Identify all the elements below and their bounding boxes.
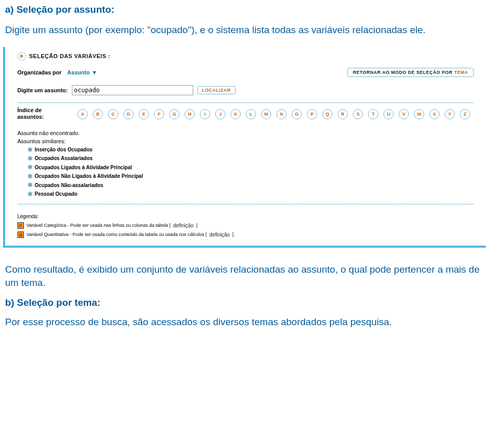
index-letter-s[interactable]: S [353,109,363,119]
subject-index-label: Índice de assuntos: [17,107,63,120]
asterisk-icon: ✱ [28,172,33,181]
index-letter-x[interactable]: X [429,109,440,119]
section-title: SELEÇÃO DAS VARIÁVEIS : [29,53,110,59]
index-letter-t[interactable]: T [368,109,378,119]
similar-subject-label: Pessoal Ocupado [35,191,78,198]
variable-selection-panel: SELEÇÃO DAS VARIÁVEIS : Organizadas por … [3,47,486,248]
similar-subject-item[interactable]: ✱Ocupados Assalariados [17,154,474,163]
index-letter-r[interactable]: R [338,109,348,119]
similar-subject-item[interactable]: ✱Inserção dos Ocupados [17,146,474,154]
asterisk-icon: ✱ [28,181,33,190]
button-label-prefix: RETORNAR AO MODO DE SELEÇÃO POR [353,70,454,75]
index-letter-m[interactable]: M [261,109,271,119]
index-letter-z[interactable]: Z [460,109,470,119]
legend-badge-c-icon: C [17,222,24,229]
bracket-close: ] [233,232,234,237]
localizar-button[interactable]: LOCALIZAR [197,86,236,94]
index-letter-b[interactable]: B [93,109,103,119]
similar-subject-item[interactable]: ✱Pessoal Ocupado [17,190,474,199]
arrow-right-icon [17,52,26,61]
intro-paragraph: Digite um assunto (por exemplo: "ocupado… [5,23,484,37]
definicao-link[interactable]: definição [210,232,230,238]
not-found-message: Assunto não encontrado. [17,129,474,138]
index-letter-f[interactable]: F [154,109,164,119]
similar-subject-item[interactable]: ✱Ocupados Não-assalariados [17,181,474,190]
similar-subject-item[interactable]: ✱Ocupados Não Ligados à Atividade Princi… [17,172,474,181]
legend-badge-q-icon: Q [17,231,24,238]
index-letter-a[interactable]: A [78,109,88,119]
svg-marker-0 [20,54,23,58]
index-letter-p[interactable]: P [307,109,317,119]
index-letter-h[interactable]: H [185,109,195,119]
intro-heading: a) Seleção por assunto: [5,4,489,15]
button-label-accent: TEMA [454,70,469,75]
legend-text-c: Variável Categórica - Pode ser usada nas… [27,223,171,228]
organized-by-mode: Assunto [67,69,90,75]
index-letter-g[interactable]: G [169,109,179,119]
index-letter-q[interactable]: Q [322,109,332,119]
index-letter-v[interactable]: V [399,109,409,119]
bracket-close: ] [196,223,198,228]
similar-label: Assuntos similares: [17,138,474,146]
similar-subject-label: Ocupados Não Ligados à Atividade Princip… [35,173,143,180]
separator [17,102,474,103]
index-letter-i[interactable]: I [200,109,210,119]
legend-title: Legenda: [17,214,474,219]
separator [17,204,474,204]
asterisk-icon: ✱ [28,163,33,172]
index-letter-e[interactable]: E [139,109,149,119]
index-letter-y[interactable]: Y [445,109,455,119]
similar-subject-label: Ocupados Não-assalariados [35,182,104,190]
similar-subject-label: Inserção dos Ocupados [35,146,92,154]
index-letter-d[interactable]: D [123,109,134,119]
asterisk-icon: ✱ [28,146,33,154]
legend-row-quantitative: Q Variável Quantitativa - Pode ser usada… [17,231,474,238]
asterisk-icon: ✱ [28,154,33,163]
search-input-label: Digite um assunto: [17,87,68,93]
results-block: Assunto não encontrado. Assuntos similar… [5,122,486,210]
index-letter-j[interactable]: J [215,109,225,119]
similar-subject-item[interactable]: ✱Ocupados Ligados à Atividade Principal [17,163,474,172]
subject-search-input[interactable] [72,85,193,95]
index-letter-o[interactable]: O [292,109,302,119]
legend-row-categoric: C Variável Categórica - Pode ser usada n… [17,222,474,229]
organized-by-dropdown[interactable]: Organizadas por Assunto ▼ [17,69,97,75]
legend: Legenda: C Variável Categórica - Pode se… [5,210,486,238]
panel-header: SELEÇÃO DAS VARIÁVEIS : Organizadas por … [5,47,486,122]
return-to-tema-button[interactable]: RETORNAR AO MODO DE SELEÇÃO POR TEMA [347,68,474,77]
index-letter-w[interactable]: W [414,109,424,119]
index-letter-l[interactable]: L [246,109,256,119]
chevron-down-icon: ▼ [92,69,97,75]
outro-heading: b) Seleção por tema: [5,297,489,308]
similar-subject-label: Ocupados Assalariados [35,155,93,163]
similar-subject-label: Ocupados Ligados à Atividade Principal [35,164,132,172]
index-letter-n[interactable]: N [276,109,287,119]
definicao-link[interactable]: definição [173,223,194,228]
index-letter-u[interactable]: U [383,109,394,119]
result-description: Como resultado, é exibido um conjunto de… [5,263,484,289]
index-letter-k[interactable]: K [230,109,241,119]
legend-text-q: Variável Quantitativa - Pode ser usada c… [27,232,207,237]
asterisk-icon: ✱ [28,190,33,199]
letter-index: ABCDEFGHIJKLMNOPQRSTUVWXYZ [78,109,470,119]
outro-paragraph: Por esse processo de busca, são acessado… [5,315,484,329]
organized-by-label: Organizadas por [17,69,62,75]
index-letter-c[interactable]: C [108,109,118,119]
